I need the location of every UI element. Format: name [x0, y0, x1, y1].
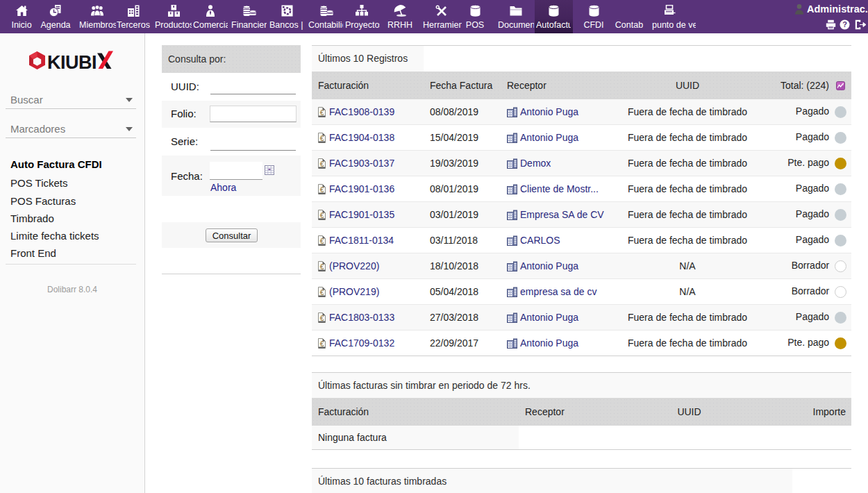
svg-text:KIUBI: KIUBI — [47, 52, 97, 72]
svg-text:€: € — [320, 134, 324, 142]
svg-text:€: € — [320, 340, 324, 348]
svg-text:€: € — [320, 237, 324, 245]
svg-text:€: € — [320, 160, 324, 168]
svg-text:€: € — [320, 288, 324, 296]
svg-text:?: ? — [842, 20, 847, 28]
svg-text:€: € — [320, 211, 324, 219]
svg-text:€: € — [320, 108, 324, 116]
svg-text:€: € — [320, 185, 324, 194]
svg-text:€: € — [320, 314, 324, 322]
svg-text:€: € — [320, 262, 324, 271]
